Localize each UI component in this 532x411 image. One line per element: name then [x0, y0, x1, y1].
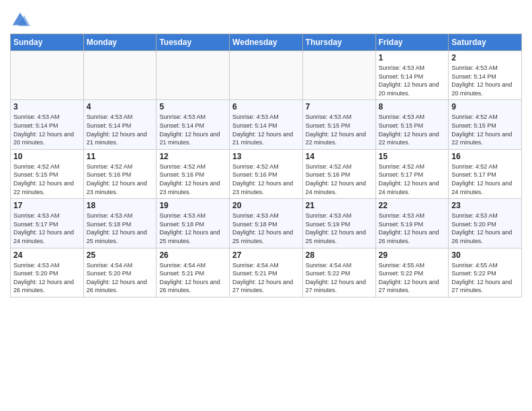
day-number: 4: [87, 102, 154, 111]
day-info: Sunrise: 4:55 AMSunset: 5:22 PMDaylight:…: [379, 261, 446, 295]
calendar-cell: 30Sunrise: 4:55 AMSunset: 5:22 PMDayligh…: [449, 248, 522, 297]
day-info: Sunrise: 4:53 AMSunset: 5:14 PMDaylight:…: [13, 113, 81, 146]
calendar-header-thursday: Thursday: [302, 34, 375, 51]
day-info: Sunrise: 4:54 AMSunset: 5:20 PMDaylight:…: [87, 261, 154, 295]
calendar-cell: 18Sunrise: 4:53 AMSunset: 5:18 PMDayligh…: [83, 199, 157, 248]
day-info: Sunrise: 4:53 AMSunset: 5:14 PMDaylight:…: [379, 64, 446, 97]
day-info: Sunrise: 4:53 AMSunset: 5:20 PMDaylight:…: [451, 212, 519, 245]
calendar-header-wednesday: Wednesday: [230, 34, 303, 51]
day-number: 13: [232, 152, 300, 161]
calendar-cell: 20Sunrise: 4:53 AMSunset: 5:18 PMDayligh…: [230, 199, 303, 248]
calendar-cell: [302, 51, 375, 100]
day-info: Sunrise: 4:53 AMSunset: 5:14 PMDaylight:…: [87, 113, 154, 146]
day-number: 22: [379, 201, 446, 210]
day-info: Sunrise: 4:53 AMSunset: 5:19 PMDaylight:…: [379, 212, 446, 245]
day-info: Sunrise: 4:55 AMSunset: 5:22 PMDaylight:…: [451, 261, 519, 295]
day-number: 12: [159, 152, 226, 161]
calendar-cell: 11Sunrise: 4:52 AMSunset: 5:16 PMDayligh…: [83, 149, 157, 198]
day-number: 7: [306, 102, 373, 111]
calendar-cell: 15Sunrise: 4:52 AMSunset: 5:17 PMDayligh…: [375, 149, 449, 198]
calendar-cell: 8Sunrise: 4:53 AMSunset: 5:15 PMDaylight…: [375, 100, 449, 149]
calendar-cell: 25Sunrise: 4:54 AMSunset: 5:20 PMDayligh…: [83, 248, 157, 297]
calendar-week-5: 24Sunrise: 4:53 AMSunset: 5:20 PMDayligh…: [11, 248, 522, 297]
calendar-cell: [230, 51, 303, 100]
logo: [10, 10, 33, 30]
calendar-header-row: SundayMondayTuesdayWednesdayThursdayFrid…: [11, 34, 522, 51]
day-info: Sunrise: 4:53 AMSunset: 5:18 PMDaylight:…: [87, 212, 154, 245]
calendar-week-2: 3Sunrise: 4:53 AMSunset: 5:14 PMDaylight…: [11, 100, 522, 149]
day-info: Sunrise: 4:53 AMSunset: 5:19 PMDaylight:…: [306, 212, 373, 245]
calendar-header-saturday: Saturday: [449, 34, 522, 51]
calendar-cell: 6Sunrise: 4:53 AMSunset: 5:14 PMDaylight…: [230, 100, 303, 149]
day-number: 10: [13, 152, 81, 161]
day-number: 9: [451, 102, 519, 111]
day-number: 14: [306, 152, 373, 161]
calendar-cell: 1Sunrise: 4:53 AMSunset: 5:14 PMDaylight…: [375, 51, 449, 100]
calendar-cell: [157, 51, 230, 100]
day-number: 18: [87, 201, 154, 210]
calendar-header-tuesday: Tuesday: [157, 34, 230, 51]
calendar-cell: 16Sunrise: 4:52 AMSunset: 5:17 PMDayligh…: [449, 149, 522, 198]
day-number: 27: [232, 250, 300, 260]
day-info: Sunrise: 4:52 AMSunset: 5:15 PMDaylight:…: [451, 113, 519, 146]
day-info: Sunrise: 4:53 AMSunset: 5:17 PMDaylight:…: [13, 212, 81, 245]
day-number: 19: [159, 201, 226, 210]
day-info: Sunrise: 4:53 AMSunset: 5:20 PMDaylight:…: [13, 261, 81, 295]
calendar-cell: 5Sunrise: 4:53 AMSunset: 5:14 PMDaylight…: [157, 100, 230, 149]
day-number: 16: [451, 152, 519, 161]
day-info: Sunrise: 4:52 AMSunset: 5:16 PMDaylight:…: [87, 163, 154, 196]
calendar: SundayMondayTuesdayWednesdayThursdayFrid…: [10, 34, 522, 298]
calendar-cell: 3Sunrise: 4:53 AMSunset: 5:14 PMDaylight…: [11, 100, 84, 149]
day-number: 6: [232, 102, 300, 111]
calendar-cell: 10Sunrise: 4:52 AMSunset: 5:15 PMDayligh…: [11, 149, 84, 198]
calendar-cell: 29Sunrise: 4:55 AMSunset: 5:22 PMDayligh…: [375, 248, 449, 297]
page-header: [10, 7, 522, 30]
calendar-header-sunday: Sunday: [11, 34, 84, 51]
calendar-cell: 17Sunrise: 4:53 AMSunset: 5:17 PMDayligh…: [11, 199, 84, 248]
day-number: 30: [451, 250, 519, 260]
day-number: 21: [306, 201, 373, 210]
calendar-cell: 24Sunrise: 4:53 AMSunset: 5:20 PMDayligh…: [11, 248, 84, 297]
day-number: 29: [379, 250, 446, 260]
day-number: 8: [379, 102, 446, 111]
calendar-week-4: 17Sunrise: 4:53 AMSunset: 5:17 PMDayligh…: [11, 199, 522, 248]
logo-icon: [10, 10, 30, 30]
calendar-cell: 23Sunrise: 4:53 AMSunset: 5:20 PMDayligh…: [449, 199, 522, 248]
calendar-cell: 21Sunrise: 4:53 AMSunset: 5:19 PMDayligh…: [302, 199, 375, 248]
day-number: 1: [379, 53, 446, 62]
day-number: 3: [13, 102, 81, 111]
calendar-cell: 26Sunrise: 4:54 AMSunset: 5:21 PMDayligh…: [157, 248, 230, 297]
day-info: Sunrise: 4:53 AMSunset: 5:14 PMDaylight:…: [451, 64, 519, 97]
day-info: Sunrise: 4:53 AMSunset: 5:15 PMDaylight:…: [379, 113, 446, 146]
calendar-cell: 22Sunrise: 4:53 AMSunset: 5:19 PMDayligh…: [375, 199, 449, 248]
day-info: Sunrise: 4:53 AMSunset: 5:14 PMDaylight:…: [159, 113, 226, 146]
calendar-cell: 14Sunrise: 4:52 AMSunset: 5:16 PMDayligh…: [302, 149, 375, 198]
day-info: Sunrise: 4:54 AMSunset: 5:21 PMDaylight:…: [232, 261, 300, 295]
day-info: Sunrise: 4:53 AMSunset: 5:14 PMDaylight:…: [232, 113, 300, 146]
day-number: 11: [87, 152, 154, 161]
day-info: Sunrise: 4:53 AMSunset: 5:18 PMDaylight:…: [159, 212, 226, 245]
day-info: Sunrise: 4:52 AMSunset: 5:16 PMDaylight:…: [159, 163, 226, 196]
day-info: Sunrise: 4:52 AMSunset: 5:17 PMDaylight:…: [451, 163, 519, 196]
day-info: Sunrise: 4:53 AMSunset: 5:15 PMDaylight:…: [306, 113, 373, 146]
day-number: 24: [13, 250, 81, 260]
day-info: Sunrise: 4:52 AMSunset: 5:16 PMDaylight:…: [232, 163, 300, 196]
day-info: Sunrise: 4:52 AMSunset: 5:15 PMDaylight:…: [13, 163, 81, 196]
day-info: Sunrise: 4:53 AMSunset: 5:18 PMDaylight:…: [232, 212, 300, 245]
calendar-cell: [83, 51, 157, 100]
day-number: 5: [159, 102, 226, 111]
calendar-week-1: 1Sunrise: 4:53 AMSunset: 5:14 PMDaylight…: [11, 51, 522, 100]
day-info: Sunrise: 4:52 AMSunset: 5:17 PMDaylight:…: [379, 163, 446, 196]
day-number: 15: [379, 152, 446, 161]
day-info: Sunrise: 4:54 AMSunset: 5:21 PMDaylight:…: [159, 261, 226, 295]
calendar-cell: 27Sunrise: 4:54 AMSunset: 5:21 PMDayligh…: [230, 248, 303, 297]
calendar-cell: 13Sunrise: 4:52 AMSunset: 5:16 PMDayligh…: [230, 149, 303, 198]
calendar-header-friday: Friday: [375, 34, 449, 51]
calendar-cell: 28Sunrise: 4:54 AMSunset: 5:22 PMDayligh…: [302, 248, 375, 297]
day-number: 23: [451, 201, 519, 210]
calendar-cell: 7Sunrise: 4:53 AMSunset: 5:15 PMDaylight…: [302, 100, 375, 149]
calendar-week-3: 10Sunrise: 4:52 AMSunset: 5:15 PMDayligh…: [11, 149, 522, 198]
day-number: 26: [159, 250, 226, 260]
day-number: 28: [306, 250, 373, 260]
day-number: 25: [87, 250, 154, 260]
